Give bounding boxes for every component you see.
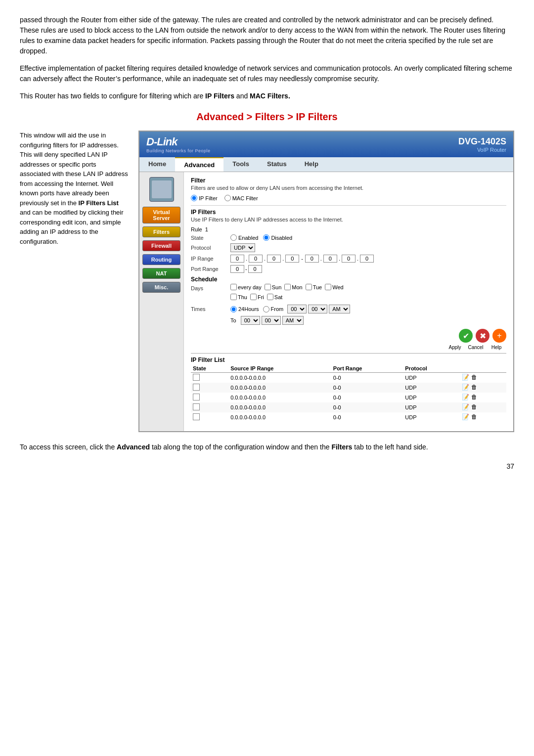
ip-to-oct2[interactable] bbox=[323, 255, 337, 263]
port-from-input[interactable] bbox=[230, 265, 244, 273]
24h-radio[interactable] bbox=[230, 306, 237, 312]
to-hour-select[interactable]: 000102 bbox=[241, 316, 260, 325]
intro-paragraph-2: Effective implementation of packet filte… bbox=[20, 63, 514, 84]
row-state bbox=[191, 412, 228, 422]
protocol-select[interactable]: UDP TCP Both bbox=[230, 243, 255, 252]
nav-tools[interactable]: Tools bbox=[223, 157, 258, 172]
from-hour-select[interactable]: 000102 bbox=[287, 305, 307, 313]
ip-range-from: . . . bbox=[230, 255, 299, 263]
from-radio-label[interactable]: From bbox=[263, 306, 284, 312]
to-label: To bbox=[230, 317, 236, 323]
row-checkbox[interactable] bbox=[193, 394, 200, 400]
row-checkbox[interactable] bbox=[193, 413, 200, 420]
row-actions: 📝 🗑 bbox=[460, 402, 506, 412]
sidebar-btn-misc[interactable]: Misc. bbox=[142, 282, 180, 293]
row-checkbox[interactable] bbox=[193, 403, 200, 410]
tue-label[interactable]: Tue bbox=[306, 284, 322, 290]
state-disabled-label[interactable]: Disabled bbox=[263, 234, 292, 241]
everyday-checkbox[interactable] bbox=[230, 284, 237, 290]
state-disabled-radio[interactable] bbox=[263, 234, 269, 241]
port-range-row: Port Range - bbox=[191, 265, 506, 273]
sat-label[interactable]: Sat bbox=[267, 294, 283, 300]
edit-icon[interactable]: 📝 bbox=[462, 384, 470, 392]
fri-label[interactable]: Fri bbox=[250, 294, 264, 300]
nav-home[interactable]: Home bbox=[139, 157, 175, 172]
mon-checkbox[interactable] bbox=[284, 284, 291, 290]
ip-filter-list-label: IP Filter List bbox=[191, 356, 506, 363]
state-enabled-label[interactable]: Enabled bbox=[230, 234, 258, 241]
thu-label[interactable]: Thu bbox=[230, 294, 247, 300]
state-enabled-radio[interactable] bbox=[230, 234, 237, 241]
sidebar-btn-filters[interactable]: Filters bbox=[142, 226, 180, 237]
wed-checkbox[interactable] bbox=[325, 284, 331, 290]
main-layout: This window will aid the use in configur… bbox=[20, 131, 514, 432]
row-protocol: UDP bbox=[403, 373, 460, 383]
ip-filter-radio[interactable] bbox=[191, 195, 197, 201]
row-checkbox[interactable] bbox=[193, 384, 200, 391]
row-source: 0.0.0.0-0.0.0.0 bbox=[228, 393, 331, 402]
thu-checkbox[interactable] bbox=[230, 294, 237, 300]
page-number: 37 bbox=[20, 462, 514, 470]
from-radio[interactable] bbox=[263, 306, 269, 312]
row-state bbox=[191, 402, 228, 412]
nav-status[interactable]: Status bbox=[258, 157, 296, 172]
edit-icon[interactable]: 📝 bbox=[462, 374, 470, 382]
rule-number: 1 bbox=[205, 226, 208, 232]
mac-filter-radio[interactable] bbox=[224, 195, 231, 201]
help-button[interactable]: + bbox=[492, 329, 506, 343]
row-source: 0.0.0.0-0.0.0.0 bbox=[228, 383, 331, 393]
to-ampm-select[interactable]: AMPM bbox=[282, 316, 304, 325]
delete-icon[interactable]: 🗑 bbox=[471, 413, 479, 421]
to-min-select[interactable]: 00153045 bbox=[262, 316, 281, 325]
ip-from-oct1[interactable] bbox=[230, 255, 244, 263]
ip-from-oct2[interactable] bbox=[249, 255, 263, 263]
sun-checkbox[interactable] bbox=[265, 284, 271, 290]
times-controls: 24Hours From 000102 bbox=[230, 305, 350, 313]
bottom-text-mid: tab along the top of the configuration w… bbox=[150, 443, 331, 451]
sidebar-btn-virtual-server[interactable]: Virtual Server bbox=[142, 207, 180, 223]
ip-to-oct4[interactable] bbox=[360, 255, 374, 263]
router-ui: D-Link Building Networks for People DVG-… bbox=[138, 131, 514, 432]
edit-icon[interactable]: 📝 bbox=[462, 413, 470, 421]
delete-icon[interactable]: 🗑 bbox=[471, 374, 479, 382]
nav-help[interactable]: Help bbox=[296, 157, 327, 172]
sun-label[interactable]: Sun bbox=[265, 284, 282, 290]
everyday-checkbox-label[interactable]: every day bbox=[230, 284, 262, 290]
ip-to-oct3[interactable] bbox=[342, 255, 356, 263]
sidebar-btn-firewall[interactable]: Firewall bbox=[142, 240, 180, 251]
left-desc-text2: and can be modified by clicking their co… bbox=[20, 209, 124, 245]
cancel-button[interactable]: ✖ bbox=[476, 329, 490, 343]
sidebar-btn-routing[interactable]: Routing bbox=[142, 254, 180, 265]
delete-icon[interactable]: 🗑 bbox=[471, 394, 479, 401]
tue-checkbox[interactable] bbox=[306, 284, 312, 290]
days-row-2: Thu Fri Sat bbox=[230, 294, 506, 302]
port-to-input[interactable] bbox=[248, 265, 262, 273]
from-ampm-select[interactable]: AMPM bbox=[329, 305, 350, 313]
apply-button[interactable]: ✔ bbox=[459, 329, 473, 343]
apply-label: Apply bbox=[445, 345, 465, 350]
edit-icon[interactable]: 📝 bbox=[462, 403, 470, 411]
ip-filter-radio-label[interactable]: IP Filter bbox=[191, 195, 218, 201]
nav-advanced[interactable]: Advanced bbox=[175, 157, 223, 172]
sidebar-btn-nat[interactable]: NAT bbox=[142, 268, 180, 279]
fri-checkbox[interactable] bbox=[250, 294, 257, 300]
router-icon bbox=[149, 177, 174, 202]
col-state: State bbox=[191, 364, 228, 373]
wed-label[interactable]: Wed bbox=[325, 284, 343, 290]
filter-desc: Filters are used to allow or deny LAN us… bbox=[191, 185, 506, 191]
from-min-select[interactable]: 00153045 bbox=[308, 305, 327, 313]
ip-from-oct3[interactable] bbox=[267, 255, 281, 263]
24h-radio-label[interactable]: 24Hours bbox=[230, 306, 259, 312]
dlink-logo-text: D-Link bbox=[146, 135, 211, 148]
ip-from-oct4[interactable] bbox=[285, 255, 299, 263]
row-protocol: UDP bbox=[403, 383, 460, 393]
row-checkbox[interactable] bbox=[193, 374, 200, 381]
router-image bbox=[152, 180, 172, 198]
delete-icon[interactable]: 🗑 bbox=[471, 403, 479, 411]
delete-icon[interactable]: 🗑 bbox=[471, 384, 479, 392]
sat-checkbox[interactable] bbox=[267, 294, 273, 300]
mon-label[interactable]: Mon bbox=[284, 284, 302, 290]
ip-to-oct1[interactable] bbox=[305, 255, 319, 263]
edit-icon[interactable]: 📝 bbox=[462, 394, 470, 401]
mac-filter-radio-label[interactable]: MAC Filter bbox=[224, 195, 258, 201]
